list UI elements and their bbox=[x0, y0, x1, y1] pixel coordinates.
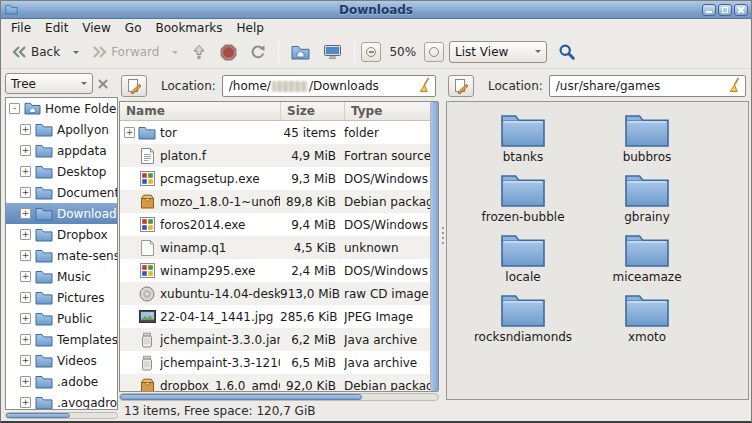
tree-expander[interactable]: + bbox=[20, 355, 31, 366]
zoom-in-button[interactable] bbox=[424, 42, 444, 62]
table-row[interactable]: dropbox_1.6.0_amd6... 92,0 KiB Debian pa… bbox=[120, 374, 430, 392]
folder-icon bbox=[35, 291, 53, 305]
zoom-out-icon bbox=[366, 47, 376, 57]
column-header-type[interactable]: Type bbox=[344, 102, 430, 120]
menu-item-view[interactable]: View bbox=[75, 20, 117, 36]
tree-expander[interactable]: + bbox=[20, 397, 31, 408]
folder-item-btanks[interactable]: btanks bbox=[461, 112, 585, 172]
tree-expander[interactable]: + bbox=[20, 376, 31, 387]
column-header-name[interactable]: Name bbox=[120, 102, 280, 120]
tree-expander[interactable]: + bbox=[20, 334, 31, 345]
sidebar-item--avogadro[interactable]: + .avogadro bbox=[6, 392, 117, 410]
edit-location-button[interactable] bbox=[121, 75, 147, 97]
table-row[interactable]: winamp.q1 4,5 KiB unknown bbox=[120, 236, 430, 259]
sidebar-item-apollyon[interactable]: + Apollyon bbox=[6, 119, 117, 140]
sidebar-item-templates[interactable]: + Templates bbox=[6, 329, 117, 350]
menu-item-edit[interactable]: Edit bbox=[38, 20, 75, 36]
view-mode-select[interactable]: List View bbox=[449, 41, 547, 63]
right-file-pane: Location: /usr/share/games btanks bbox=[446, 71, 749, 401]
stop-button[interactable] bbox=[214, 39, 243, 66]
sidebar-item-mate-sensors-[interactable]: + mate-sensors- bbox=[6, 245, 117, 266]
folder-item-rocksndiamonds[interactable]: rocksndiamonds bbox=[461, 292, 585, 352]
back-history-button[interactable] bbox=[67, 43, 85, 62]
file-name: jchempaint-3.3-1210... bbox=[160, 356, 280, 370]
column-header-size[interactable]: Size bbox=[280, 102, 344, 120]
tree-expander[interactable]: + bbox=[20, 271, 31, 282]
sidebar-item-pictures[interactable]: + Pictures bbox=[6, 287, 117, 308]
tree-item-label: Dropbox bbox=[57, 228, 108, 242]
table-row[interactable]: pcmagsetup.exe 9,3 MiB DOS/Windows ex bbox=[120, 167, 430, 190]
folder-item-xmoto[interactable]: xmoto bbox=[585, 292, 709, 352]
clear-location-icon[interactable] bbox=[727, 77, 741, 96]
folder-item-gbrainy[interactable]: gbrainy bbox=[585, 172, 709, 232]
forward-button[interactable]: Forward bbox=[86, 40, 165, 64]
vertical-scrollbar[interactable] bbox=[430, 101, 439, 392]
sidebar-item-downloads[interactable]: + Downloads bbox=[6, 203, 117, 224]
menu-item-bookmarks[interactable]: Bookmarks bbox=[148, 20, 229, 36]
folder-item-bubbros[interactable]: bubbros bbox=[585, 112, 709, 172]
table-row[interactable]: + tor 45 items folder bbox=[120, 121, 430, 144]
back-button[interactable]: Back bbox=[6, 40, 66, 64]
sidebar-item-dropbox[interactable]: + Dropbox bbox=[6, 224, 117, 245]
go-up-button[interactable] bbox=[185, 39, 213, 65]
sidebar-close-icon[interactable] bbox=[97, 78, 109, 90]
folder-icon bbox=[35, 228, 53, 242]
desktop-button[interactable] bbox=[317, 39, 348, 65]
horizontal-scrollbar[interactable] bbox=[119, 393, 439, 401]
table-row[interactable]: xubuntu-14.04-deskt... 913,0 MiB raw CD … bbox=[120, 282, 430, 305]
pane-splitter[interactable] bbox=[439, 71, 446, 401]
tree-expander[interactable]: + bbox=[20, 313, 31, 324]
home-button[interactable] bbox=[285, 40, 316, 65]
close-button[interactable] bbox=[734, 4, 748, 16]
tree-expander[interactable]: - bbox=[9, 103, 20, 114]
sidebar-item-music[interactable]: + Music bbox=[6, 266, 117, 287]
tree-expander[interactable]: + bbox=[20, 292, 31, 303]
tree-item-label: Downloads bbox=[57, 207, 117, 221]
folder-icon bbox=[35, 354, 53, 368]
table-row[interactable]: mozo_1.8.0-1~unoffi... 89,8 KiB Debian p… bbox=[120, 190, 430, 213]
forward-history-button[interactable] bbox=[166, 43, 184, 62]
tree-expander[interactable]: + bbox=[20, 187, 31, 198]
table-row[interactable]: 22-04-14_1441.jpg 285,6 KiB JPEG Image bbox=[120, 305, 430, 328]
table-row[interactable]: jchempaint-3.3-1210... 6,5 MiB Java arch… bbox=[120, 351, 430, 374]
minimize-button[interactable] bbox=[702, 4, 716, 16]
tree-expander[interactable]: + bbox=[20, 229, 31, 240]
menu-item-help[interactable]: Help bbox=[230, 20, 271, 36]
sidebar-item--adobe[interactable]: + .adobe bbox=[6, 371, 117, 392]
row-expander[interactable]: + bbox=[124, 127, 135, 138]
search-button[interactable] bbox=[552, 38, 582, 66]
menu-item-file[interactable]: File bbox=[4, 20, 38, 36]
sidebar-item-videos[interactable]: + Videos bbox=[6, 350, 117, 371]
path: /usr/share/games bbox=[556, 79, 660, 93]
tree-expander[interactable]: + bbox=[20, 166, 31, 177]
edit-location-button[interactable] bbox=[448, 75, 474, 97]
folder-item-frozen-bubble[interactable]: frozen-bubble bbox=[461, 172, 585, 232]
maximize-button[interactable] bbox=[718, 4, 732, 16]
reload-button[interactable] bbox=[244, 39, 272, 65]
table-row[interactable]: jchempaint-3.3.0.jar 6,2 MiB Java archiv… bbox=[120, 328, 430, 351]
tree-expander[interactable]: + bbox=[20, 124, 31, 135]
location-input-left[interactable]: /home//Downloads bbox=[222, 75, 436, 97]
table-row[interactable]: platon.f 4,9 MiB Fortran source co bbox=[120, 144, 430, 167]
sidebar-item-public[interactable]: + Public bbox=[6, 308, 117, 329]
sidebar-item-appdata[interactable]: + appdata bbox=[6, 140, 117, 161]
tree-expander[interactable]: + bbox=[20, 208, 31, 219]
table-row[interactable]: foros2014.exe 9,4 MiB DOS/Windows ex bbox=[120, 213, 430, 236]
sidebar-item-documents[interactable]: + Documents bbox=[6, 182, 117, 203]
tree-expander[interactable]: + bbox=[20, 145, 31, 156]
folder-item-miceamaze[interactable]: miceamaze bbox=[585, 232, 709, 292]
file-size: 913,0 MiB bbox=[280, 287, 344, 301]
titlebar[interactable]: Downloads bbox=[1, 1, 751, 19]
menu-item-go[interactable]: Go bbox=[118, 20, 149, 36]
sidebar-horizontal-scrollbar[interactable] bbox=[5, 412, 118, 419]
zoom-out-button[interactable] bbox=[361, 42, 381, 62]
tree-expander[interactable]: + bbox=[20, 250, 31, 261]
sidebar-mode-select[interactable]: Tree bbox=[5, 73, 93, 94]
table-row[interactable]: winamp295.exe 2,4 MiB DOS/Windows ex bbox=[120, 259, 430, 282]
sidebar-item-desktop[interactable]: + Desktop bbox=[6, 161, 117, 182]
clear-location-icon[interactable] bbox=[417, 77, 431, 96]
location-input-right[interactable]: /usr/share/games bbox=[549, 75, 746, 97]
sidebar-item-home-folder[interactable]: - Home Folder bbox=[6, 98, 117, 119]
toolbar-separator bbox=[278, 41, 279, 63]
folder-item-locale[interactable]: locale bbox=[461, 232, 585, 292]
